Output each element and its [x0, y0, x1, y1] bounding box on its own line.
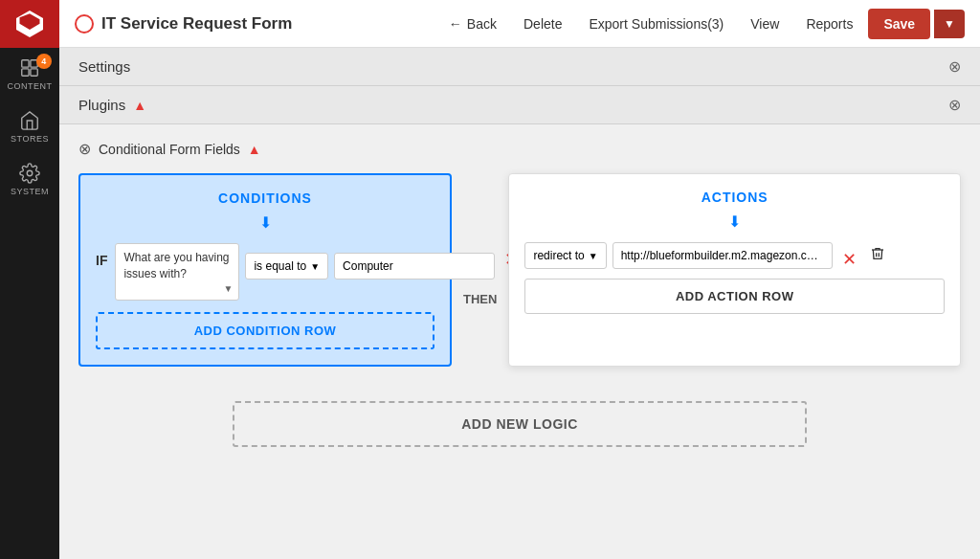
- then-label: THEN: [463, 292, 497, 306]
- sidebar-item-system-label: SYSTEM: [11, 187, 49, 196]
- field-select-text: What are you having issues with?: [123, 250, 231, 282]
- topbar: IT Service Request Form ← Back Delete Ex…: [59, 0, 980, 48]
- conditional-warning-icon: ▲: [248, 142, 261, 157]
- then-separator: THEN: [452, 231, 508, 367]
- plugins-warning-icon: ▲: [133, 98, 146, 113]
- add-condition-button[interactable]: ADD CONDITION ROW: [96, 312, 434, 349]
- actions-arrow-icon: ⬇: [524, 212, 945, 231]
- remove-action-x-button[interactable]: ✕: [838, 251, 860, 268]
- actions-panel: ACTIONS ⬇ redirect to ▼ ✕: [508, 173, 961, 367]
- sidebar-item-content[interactable]: 4 CONTENT: [0, 48, 59, 101]
- action-row: redirect to ▼ ✕: [524, 242, 945, 269]
- redirect-dropdown-icon: ▼: [589, 251, 598, 261]
- sidebar: 4 CONTENT STORES SYSTEM: [0, 0, 59, 559]
- if-label: IF: [96, 243, 107, 268]
- content-area: Settings ⊗ Plugins ▲ ⊗ ⊗ Conditional For…: [59, 48, 980, 559]
- settings-chevron-icon: ⊗: [948, 57, 961, 76]
- form-status-icon: [75, 14, 94, 34]
- export-label: Export Submissions(3): [589, 16, 724, 32]
- magento-logo-icon: [14, 9, 45, 39]
- actions-title: ACTIONS: [524, 190, 945, 205]
- svg-rect-3: [31, 69, 37, 76]
- system-icon: [19, 163, 40, 184]
- add-logic-container: ADD NEW LOGIC: [59, 382, 980, 466]
- plugins-section: Plugins ▲ ⊗: [59, 86, 980, 124]
- reports-label: Reports: [806, 16, 853, 32]
- conditional-collapse-icon[interactable]: ⊗: [78, 140, 91, 158]
- sidebar-item-content-label: CONTENT: [8, 81, 53, 91]
- back-arrow-icon: ←: [449, 16, 462, 32]
- save-button[interactable]: Save: [868, 9, 930, 39]
- conditions-panel: CONDITIONS ⬇ IF What are you having issu…: [78, 173, 452, 367]
- field-select-arrow-icon: ▼: [224, 283, 234, 294]
- url-input[interactable]: [612, 242, 833, 269]
- add-new-logic-button[interactable]: ADD NEW LOGIC: [233, 401, 807, 447]
- conditional-header: ⊗ Conditional Form Fields ▲: [78, 140, 961, 158]
- svg-rect-2: [22, 69, 29, 76]
- operator-text: is equal to: [254, 259, 306, 273]
- svg-rect-0: [22, 60, 29, 67]
- delete-action-button[interactable]: [866, 242, 889, 269]
- sidebar-item-stores-label: STORES: [11, 134, 49, 144]
- back-button[interactable]: ← Back: [437, 11, 508, 37]
- plugins-chevron-icon: ⊗: [948, 96, 961, 114]
- logic-area: CONDITIONS ⬇ IF What are you having issu…: [78, 173, 961, 367]
- reports-button[interactable]: Reports: [794, 11, 864, 37]
- form-title-text: IT Service Request Form: [101, 14, 292, 34]
- settings-title: Settings: [78, 58, 130, 75]
- sidebar-item-system[interactable]: SYSTEM: [0, 153, 59, 206]
- redirect-text: redirect to: [533, 249, 584, 262]
- page-title: IT Service Request Form: [75, 14, 292, 34]
- trash-icon: [870, 246, 885, 261]
- plugins-title-text: Plugins: [78, 97, 125, 113]
- operator-dropdown-icon: ▼: [310, 261, 320, 272]
- content-badge: 4: [36, 54, 52, 69]
- stores-icon: [19, 110, 40, 131]
- operator-select[interactable]: is equal to ▼: [245, 253, 328, 280]
- view-button[interactable]: View: [739, 11, 791, 37]
- sidebar-item-stores[interactable]: STORES: [0, 101, 59, 153]
- export-button[interactable]: Export Submissions(3): [577, 11, 735, 37]
- back-label: Back: [467, 16, 497, 32]
- delete-button[interactable]: Delete: [512, 11, 573, 37]
- delete-label: Delete: [523, 16, 562, 32]
- settings-section[interactable]: Settings ⊗: [59, 48, 980, 86]
- main-area: IT Service Request Form ← Back Delete Ex…: [59, 0, 980, 559]
- save-label: Save: [883, 16, 915, 32]
- add-action-button[interactable]: ADD ACTION ROW: [524, 279, 945, 314]
- plugin-content: ⊗ Conditional Form Fields ▲ CONDITIONS ⬇…: [59, 124, 980, 382]
- field-select[interactable]: What are you having issues with? ▼: [115, 243, 239, 301]
- conditional-title: Conditional Form Fields: [99, 142, 240, 157]
- if-row: IF What are you having issues with? ▼ is…: [96, 243, 434, 301]
- logo[interactable]: [0, 0, 59, 48]
- conditions-arrow-icon: ⬇: [96, 213, 434, 232]
- redirect-select[interactable]: redirect to ▼: [524, 242, 606, 269]
- view-label: View: [750, 16, 779, 32]
- topbar-actions: ← Back Delete Export Submissions(3) View…: [437, 9, 965, 39]
- plugins-title-row: Plugins ▲: [78, 97, 146, 113]
- svg-point-4: [27, 170, 33, 176]
- save-dropdown-button[interactable]: ▼: [934, 10, 965, 38]
- conditions-title: CONDITIONS: [96, 190, 434, 206]
